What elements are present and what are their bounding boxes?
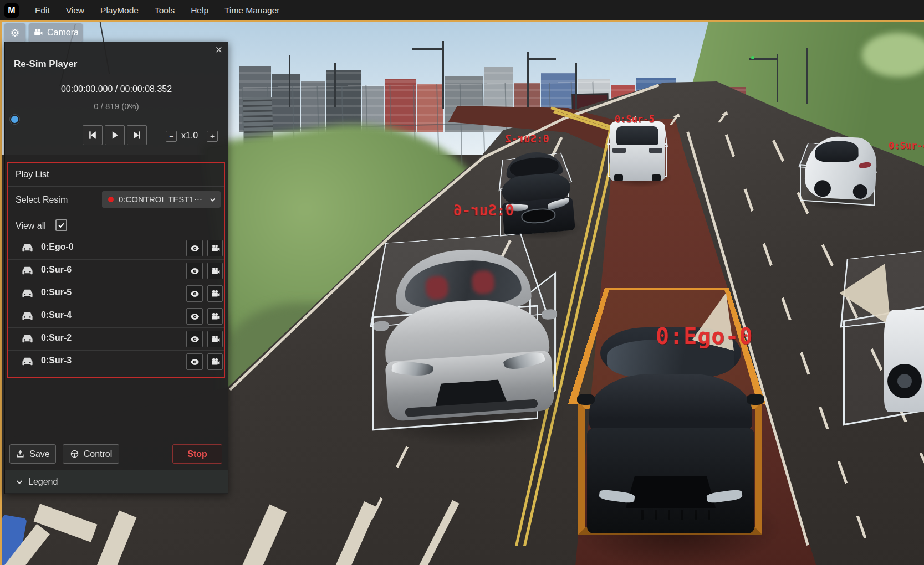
visibility-toggle-button[interactable]: [186, 240, 203, 256]
menu-help[interactable]: Help: [191, 6, 208, 16]
playlist-row[interactable]: 0:Sur-3: [8, 350, 224, 373]
play-button[interactable]: [105, 125, 125, 145]
resim-dropdown-value: 0:CONTROL TEST1⋯: [119, 194, 208, 204]
vehicle-label-sur6: 0:Sur-6: [453, 202, 514, 219]
playlist-title: Play List: [16, 170, 49, 179]
divider: [5, 79, 228, 79]
car-taillight: [649, 148, 662, 153]
app-logo[interactable]: M: [4, 3, 19, 18]
car-window: [616, 126, 658, 145]
car-wheel-hub: [897, 374, 912, 388]
view-all-checkbox[interactable]: [55, 219, 67, 231]
playlist-row[interactable]: 0:Sur-2: [8, 327, 224, 350]
video-camera-icon: [210, 289, 221, 299]
eye-icon: [190, 243, 200, 254]
street-pole: [334, 63, 336, 107]
vehicle-sur6[interactable]: [377, 244, 555, 422]
pole-arm: [412, 48, 444, 50]
steering-wheel-icon: [70, 449, 79, 459]
chevron-down-icon: [15, 477, 24, 486]
car-taillight: [612, 148, 626, 153]
car-grille: [626, 476, 716, 508]
follow-camera-button[interactable]: [207, 263, 223, 279]
street-pole: [442, 41, 444, 109]
control-button[interactable]: Control: [63, 444, 119, 464]
car-front-icon: [21, 287, 34, 300]
speed-increase-button[interactable]: +: [207, 131, 218, 142]
car-front-icon: [21, 356, 34, 368]
camera-button-label: Camera: [47, 28, 79, 38]
save-button-label: Save: [29, 449, 49, 459]
car-window: [815, 141, 859, 162]
legend-toggle[interactable]: Legend: [5, 470, 228, 493]
street-pole: [527, 52, 529, 109]
visibility-toggle-button[interactable]: [186, 308, 203, 325]
video-camera-icon: [210, 311, 221, 322]
follow-camera-button[interactable]: [207, 353, 223, 370]
select-resim-label: Select Resim: [16, 195, 68, 205]
menu-tools[interactable]: Tools: [155, 6, 175, 16]
vehicle-label-sur2: 0:Sur-2: [505, 132, 549, 145]
speed-decrease-button[interactable]: −: [166, 131, 177, 142]
resim-dropdown[interactable]: 0:CONTROL TEST1⋯: [102, 191, 221, 208]
skip-start-icon: [87, 130, 98, 141]
follow-camera-button[interactable]: [207, 240, 223, 256]
viewport-settings-button[interactable]: ⚙: [4, 23, 25, 42]
vehicle-name: 0:Sur-5: [41, 287, 72, 297]
recording-dot-icon: [108, 197, 114, 202]
upload-icon: [16, 449, 25, 459]
app-window: M Edit View PlayMode Tools Help Time Man…: [0, 0, 924, 565]
vehicle-label-ego: 0:Ego-0: [656, 323, 753, 349]
car-front-icon: [21, 310, 34, 323]
play-icon: [109, 130, 120, 141]
playlist-row[interactable]: 0:Ego-0: [8, 237, 224, 259]
menu-time-manager[interactable]: Time Manager: [224, 6, 279, 16]
vehicle-name: 0:Sur-2: [41, 333, 72, 343]
green-traffic-light: [751, 56, 754, 59]
playlist-section: Play List Select Resim 0:CONTROL TEST1⋯ …: [7, 162, 225, 378]
skip-end-button[interactable]: [127, 125, 147, 145]
vehicle-sur5[interactable]: [610, 121, 665, 181]
vehicle-sur2[interactable]: [498, 150, 576, 240]
car-front-icon: [21, 265, 34, 278]
menu-edit[interactable]: Edit: [35, 6, 50, 16]
save-button[interactable]: Save: [9, 444, 56, 464]
visibility-toggle-button[interactable]: [186, 331, 203, 347]
view-all-label: View all: [16, 221, 46, 231]
playlist-row[interactable]: 0:Sur-5: [8, 282, 224, 305]
vehicle-sur4[interactable]: [804, 135, 878, 201]
check-icon: [57, 221, 65, 229]
car-front-icon: [21, 242, 34, 255]
panel-title: Re-Sim Player: [14, 59, 77, 70]
eye-icon: [190, 334, 200, 345]
camera-button[interactable]: Camera: [29, 23, 83, 42]
follow-camera-button[interactable]: [207, 331, 223, 347]
street-pole: [289, 55, 290, 107]
control-button-label: Control: [84, 449, 113, 459]
vehicle-sur3[interactable]: [884, 310, 924, 412]
visibility-toggle-button[interactable]: [186, 285, 203, 302]
vehicle-name: 0:Sur-6: [41, 265, 72, 275]
vehicle-label-sur4: 0:Sur-4: [889, 140, 924, 151]
visibility-toggle-button[interactable]: [186, 263, 203, 279]
playlist-row[interactable]: 0:Sur-6: [8, 259, 224, 282]
follow-camera-button[interactable]: [207, 285, 223, 302]
menu-view[interactable]: View: [66, 6, 84, 16]
playlist-row[interactable]: 0:Sur-4: [8, 305, 224, 327]
vehicle-name: 0:Ego-0: [41, 242, 74, 252]
vehicle-ego[interactable]: [587, 327, 754, 533]
follow-camera-button[interactable]: [207, 308, 223, 325]
traffic-light-pole: [777, 54, 778, 102]
menu-playmode[interactable]: PlayMode: [100, 6, 139, 16]
timeline-slider-handle[interactable]: [10, 115, 19, 124]
close-icon[interactable]: ✕: [215, 44, 223, 56]
video-camera-icon: [210, 334, 221, 345]
car-front-icon: [21, 333, 34, 346]
pole-arm: [527, 58, 556, 60]
stop-button[interactable]: Stop: [172, 444, 222, 464]
skip-start-button[interactable]: [83, 125, 103, 145]
skip-end-icon: [131, 130, 142, 141]
video-camera-icon: [210, 357, 221, 367]
car-mirror: [577, 394, 595, 405]
visibility-toggle-button[interactable]: [186, 353, 203, 370]
